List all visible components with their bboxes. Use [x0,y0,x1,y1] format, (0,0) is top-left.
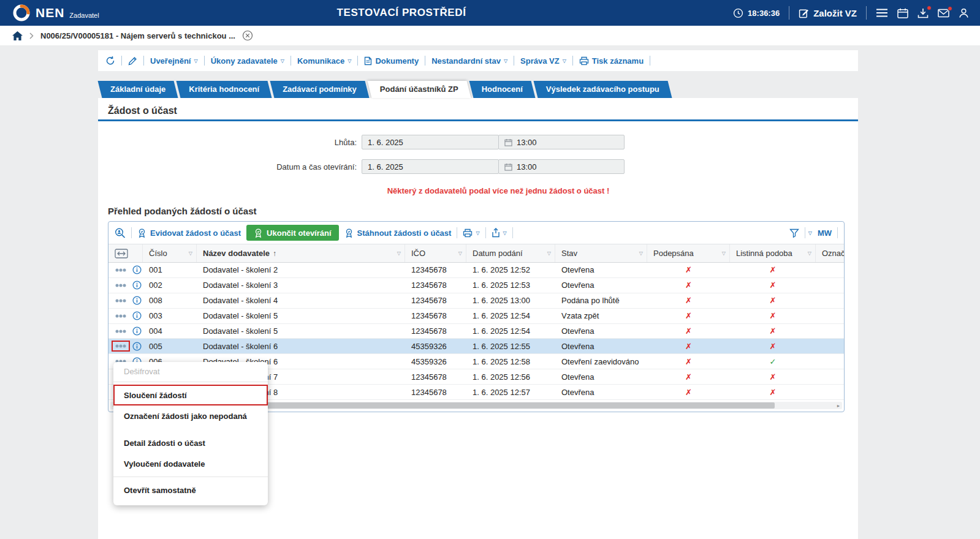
breadcrumb: N006/25/V00005181 - Nájem serverů s tech… [0,26,980,45]
column-header-listinna-podoba[interactable]: Listinná podoba▽ [730,244,816,262]
mw-label[interactable]: MW [818,228,832,238]
toolbar-link-ukony-zadavatele[interactable]: Úkony zadavatele▽ [211,56,284,66]
breadcrumb-item[interactable]: N006/25/V00005181 - Nájem serverů s tech… [40,31,235,40]
row-menu-icon[interactable] [113,328,128,335]
register-request-button[interactable]: Evidovat žádost o účast [137,228,241,238]
chevron-down-icon: ▽ [194,59,197,64]
toolbar-link-sprava-vz[interactable]: Správa VZ▽ [520,56,566,66]
toolbar-link-komunikace[interactable]: Komunikace▽ [297,56,351,66]
cell-status: Otevření zaevidováno [555,354,647,369]
table-row[interactable]: 005Dodavatel - školení 6453593261. 6. 20… [108,339,844,354]
column-header-podepsana[interactable]: Podepsána▽ [647,244,730,262]
scroll-right-icon[interactable]: ► [835,402,842,409]
column-header-nazev-dodavatele[interactable]: Název dodavatele↑▽ [197,244,405,262]
finish-opening-button[interactable]: Ukončit otevírání [246,225,338,241]
time-input[interactable]: 13:00 [498,135,625,149]
date-input[interactable]: 1. 6. 2025 [362,135,499,149]
chevron-down-icon[interactable]: ▽ [808,230,812,236]
cell-marked [816,309,844,323]
info-icon[interactable] [132,281,142,290]
mail-icon[interactable] [938,9,949,18]
menu-item-vylouceni-dodavatele[interactable]: Vyloučení dodavatele [113,453,268,474]
toolbar-link-tisk-zaznamu[interactable]: Tisk záznamu [579,56,644,66]
close-record-icon[interactable] [242,30,253,41]
download-icon[interactable] [917,8,929,18]
info-icon[interactable] [132,265,142,274]
calendar-icon[interactable] [897,8,908,18]
row-menu-icon[interactable] [113,312,128,320]
filter-caret-icon[interactable]: ▽ [639,251,643,256]
column-header-oznac[interactable]: Označ [816,244,844,262]
table-row[interactable]: 004Dodavatel - školení 5123456781. 6. 20… [108,324,844,339]
cell-ico: 12345678 [405,369,466,384]
column-header-ico[interactable]: IČO▽ [405,244,466,262]
cell-submitted-date: 1. 6. 2025 12:58 [466,354,555,369]
column-header-cislo[interactable]: Číslo▽ [143,244,197,262]
filter-caret-icon[interactable]: ▽ [458,251,462,256]
row-menu-icon[interactable] [113,266,128,274]
tabs: Základní údajeKritéria hodnoceníZadávací… [98,81,858,98]
filter-caret-icon[interactable]: ▽ [808,251,811,256]
filter-icon[interactable] [789,228,799,238]
print-icon[interactable] [463,228,473,238]
tab-zadavaci-podminky[interactable]: Zadávací podmínky [272,81,367,98]
printer-icon [579,56,589,66]
undo-icon[interactable] [105,56,115,66]
table-row[interactable]: 002Dodavatel - školení 3123456781. 6. 20… [108,278,844,293]
tab-zakladni-udaje[interactable]: Základní údaje [100,81,176,98]
menu-item-detail-zadosti-o-ucast[interactable]: Detail žádosti o účast [113,432,268,453]
time-input[interactable]: 13:00 [498,159,625,174]
export-icon[interactable] [492,228,500,238]
tab-label: Kritéria hodnocení [189,85,259,94]
date-input[interactable]: 1. 6. 2025 [362,159,499,174]
info-icon[interactable] [132,326,142,336]
info-icon[interactable] [132,296,142,305]
filter-caret-icon[interactable]: ▽ [397,251,401,256]
filter-caret-icon[interactable]: ▽ [722,251,726,256]
info-icon[interactable] [132,342,142,351]
download-requests-button[interactable]: Stáhnout žádosti o účast [344,228,452,238]
table-row[interactable]: 008Dodavatel - školení 4123456781. 6. 20… [108,293,844,309]
info-icon[interactable] [132,311,142,320]
brand[interactable]: NEN Zadavatel [12,4,99,22]
user-icon[interactable] [959,8,969,18]
row-menu-icon[interactable] [113,297,128,304]
chevron-down-icon[interactable]: ▽ [503,230,507,236]
find-participant-icon[interactable] [115,228,126,238]
notification-dot [948,6,952,11]
toolbar-link-uverejneni[interactable]: Uveřejnění▽ [150,56,198,66]
tab-hodnoceni[interactable]: Hodnocení [471,81,533,98]
menu-item-otevrit-samostatne[interactable]: Otevřít samostatně [113,480,268,500]
create-vz-button[interactable]: Založit VZ [799,8,857,18]
tab-podani-ucastniku-zp[interactable]: Podání účastníků ZP [370,81,469,98]
nen-logo-icon [12,4,31,22]
menu-item-slouceni-zadosti[interactable]: Sloučení žádostí [113,385,268,405]
edit-icon[interactable] [128,56,137,66]
tab-vysledek-zadavaciho-postupu[interactable]: Výsledek zadávacího postupu [536,81,670,98]
home-icon[interactable] [12,31,23,40]
toolbar-link-nestandardni-stav[interactable]: Nestandardní stav▽ [431,56,507,66]
menu-icon[interactable] [876,8,888,18]
cell-ico: 12345678 [405,263,466,277]
table-row[interactable]: 003Dodavatel - školení 5123456781. 6. 20… [108,309,844,324]
toolbar-link-dokumenty[interactable]: Dokumenty [364,56,419,66]
filter-caret-icon[interactable]: ▽ [189,251,192,256]
cell-submitted-date: 1. 6. 2025 12:55 [466,339,555,353]
row-menu-icon[interactable] [113,342,128,350]
column-settings-icon[interactable] [108,244,143,262]
field-label: Datum a čas otevírání: [98,162,362,172]
cell-submitted-date: 1. 6. 2025 12:53 [466,278,555,293]
chevron-down-icon[interactable]: ▽ [476,230,479,236]
table-row[interactable]: 001Dodavatel - školení 2123456781. 6. 20… [108,263,844,278]
row-actions [108,293,143,308]
filter-caret-icon[interactable]: ▽ [547,251,551,256]
column-header-stav[interactable]: Stav▽ [555,244,647,262]
column-header-datum-podani[interactable]: Datum podání▽ [466,244,555,262]
row-menu-icon[interactable] [113,282,128,289]
cell-status: Otevřena [555,324,647,339]
tab-kriteria-hodnoceni[interactable]: Kritéria hodnocení [178,81,270,98]
column-label: Název dodavatele [203,249,270,258]
form-row: Lhůta:1. 6. 202513:00 [98,135,858,149]
time-value: 13:00 [517,138,537,147]
menu-item-oznaceni-zadosti-jako-nepodana[interactable]: Označení žádosti jako nepodaná [113,405,268,426]
